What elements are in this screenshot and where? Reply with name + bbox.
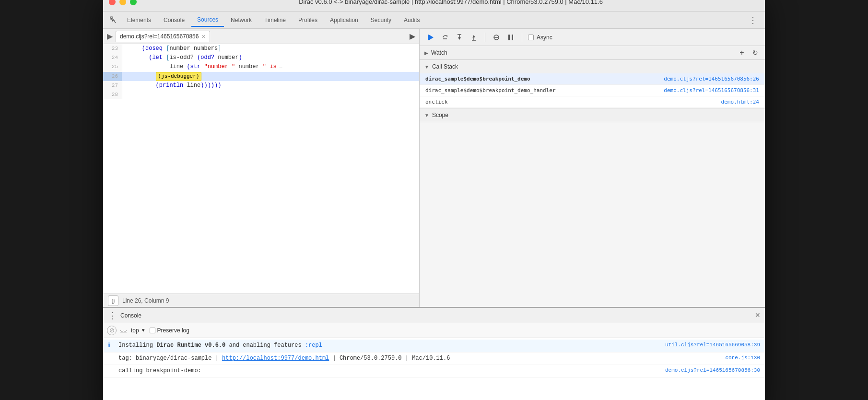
right-panel: Async ▶ Watch + ↻ ▼ Call Stack	[420, 29, 765, 307]
line-number-25: 25	[103, 62, 122, 71]
cs-fn-0: dirac_sample$demo$breakpoint_demo	[425, 76, 530, 82]
tab-application[interactable]: Application	[324, 14, 364, 26]
svg-rect-14	[512, 35, 513, 40]
scope-chevron-icon: ▼	[424, 113, 429, 118]
step-over-button[interactable]	[440, 32, 450, 43]
console-loc-0[interactable]: util.cljs?rel=1465165669058:39	[664, 341, 760, 349]
source-file-tab[interactable]: demo.cljs?rel=1465165670856 ×	[116, 31, 210, 42]
console-plain-icon-2	[108, 366, 116, 376]
line-number-26: 26	[103, 72, 122, 82]
call-stack-section: ▼ Call Stack dirac_sample$demo$breakpoin…	[420, 60, 765, 108]
console-msg-1: tag: binaryage/dirac-sample | http://loc…	[118, 354, 664, 363]
code-line-28: 28	[103, 90, 419, 99]
tab-sources[interactable]: Sources	[191, 13, 224, 27]
console-filter-icon[interactable]: ⏕	[120, 327, 127, 334]
call-stack-item-0[interactable]: dirac_sample$demo$breakpoint_demo demo.c…	[420, 73, 765, 85]
console-msg-2: calling breakpoint-demo:	[118, 366, 664, 375]
panel-toggle-icon[interactable]: ▶	[107, 32, 113, 41]
async-checkbox-input[interactable]	[528, 35, 534, 40]
source-tab-close-icon[interactable]: ×	[201, 33, 205, 40]
line-number-24: 24	[103, 53, 122, 62]
devtools-window: Dirac v0.6.0 <-> binaryage/dirac-sample …	[103, 0, 765, 400]
code-content-23: (doseq [number numbers]	[122, 44, 227, 53]
cs-fn-1: dirac_sample$demo$breakpoint_demo_handle…	[425, 87, 556, 94]
console-toolbar: ⊘ ⏕ top ▼ Preserve log	[103, 323, 765, 338]
code-editor[interactable]: 23 (doseq [number numbers] 24 (let [is-o…	[103, 44, 419, 294]
close-button[interactable]	[109, 0, 116, 5]
watch-add-button[interactable]: +	[737, 48, 747, 58]
call-stack-label: Call Stack	[432, 63, 458, 70]
step-into-button[interactable]	[454, 32, 465, 43]
source-panel: ▶ demo.cljs?rel=1465165670856 × ▶ 23 (do…	[103, 29, 420, 307]
minimize-button[interactable]	[119, 0, 126, 5]
tab-security[interactable]: Security	[365, 14, 397, 26]
preserve-log-checkbox[interactable]	[150, 328, 155, 333]
console-link-0[interactable]: http://localhost:9977/demo.html	[222, 355, 329, 362]
pause-on-exceptions-button[interactable]	[505, 32, 516, 43]
async-checkbox[interactable]: Async	[528, 34, 552, 41]
watch-chevron-icon: ▶	[424, 50, 428, 56]
call-stack-item-2[interactable]: onclick demo.html:24	[420, 96, 765, 108]
window-title: Dirac v0.6.0 <-> binaryage/dirac-sample …	[142, 0, 759, 5]
tab-elements[interactable]: Elements	[121, 14, 157, 26]
more-tabs-icon[interactable]: ⋮	[745, 15, 761, 25]
console-menu-icon[interactable]: ⋮	[108, 310, 117, 321]
console-header: ⋮ Console ×	[103, 308, 765, 323]
watch-refresh-button[interactable]: ↻	[751, 48, 760, 58]
cs-loc-1[interactable]: demo.cljs?rel=1465165670856:31	[664, 87, 759, 94]
console-line-2: calling breakpoint-demo: demo.cljs?rel=1…	[103, 365, 765, 378]
console-line-1: tag: binaryage/dirac-sample | http://loc…	[103, 353, 765, 365]
console-panel: ⋮ Console × ⊘ ⏕ top ▼ Preserve log ℹ	[103, 307, 765, 400]
code-content-25: line (str "number " number " is …	[122, 62, 288, 71]
watch-label: Watch	[431, 49, 447, 56]
console-context-value: top	[131, 327, 139, 334]
tab-audits[interactable]: Audits	[398, 14, 425, 26]
svg-marker-6	[458, 37, 461, 40]
maximize-button[interactable]	[130, 0, 137, 5]
watch-section: ▶ Watch + ↻	[420, 46, 765, 60]
code-line-26: 26 (js-debugger)	[103, 72, 419, 82]
console-loc-2[interactable]: demo.cljs?rel=1465165670856:30	[664, 366, 760, 375]
code-content-27: (println line))))))	[122, 81, 227, 90]
code-content-24: (let [is-odd? (odd? number)	[122, 53, 248, 62]
call-stack-list: dirac_sample$demo$breakpoint_demo demo.c…	[420, 73, 765, 108]
watch-actions: + ↻	[737, 48, 760, 58]
scope-label: Scope	[432, 112, 448, 118]
deactivate-breakpoints-button[interactable]	[491, 32, 502, 43]
inspect-icon[interactable]	[107, 13, 120, 27]
call-stack-header[interactable]: ▼ Call Stack	[420, 60, 765, 73]
devtools-tab-bar: Elements Console Sources Network Timelin…	[103, 12, 765, 29]
console-msg-0: Installing Dirac Runtime v0.6.0 and enab…	[118, 341, 664, 350]
console-loc-1[interactable]: core.js:130	[664, 354, 760, 362]
console-clear-button[interactable]: ⊘	[107, 326, 117, 335]
resume-button[interactable]	[425, 32, 436, 43]
cs-loc-0[interactable]: demo.cljs?rel=1465165670856:26	[664, 76, 759, 82]
traffic-lights	[109, 0, 137, 5]
code-content-28	[122, 90, 134, 99]
console-plain-icon-1	[108, 354, 116, 364]
tab-network[interactable]: Network	[225, 14, 258, 26]
run-snippet-icon[interactable]: ▶	[410, 32, 415, 41]
cs-loc-2[interactable]: demo.html:24	[721, 99, 759, 105]
format-button[interactable]: {}	[108, 295, 118, 306]
watch-section-header[interactable]: ▶ Watch + ↻	[420, 46, 765, 59]
tab-profiles[interactable]: Profiles	[293, 14, 323, 26]
console-close-button[interactable]: ×	[755, 310, 760, 320]
console-context-dropdown-icon: ▼	[141, 328, 146, 333]
step-out-button[interactable]	[469, 32, 479, 43]
debug-toolbar: Async	[420, 29, 765, 46]
source-footer: {} Line 26, Column 9	[103, 294, 419, 307]
async-label: Async	[537, 34, 552, 41]
toolbar-separator-2	[522, 33, 522, 42]
info-icon: ℹ	[108, 341, 116, 351]
scope-section-header[interactable]: ▼ Scope	[420, 108, 765, 122]
preserve-log-option[interactable]: Preserve log	[150, 327, 189, 334]
tab-timeline[interactable]: Timeline	[258, 14, 292, 26]
call-stack-item-1[interactable]: dirac_sample$demo$breakpoint_demo_handle…	[420, 85, 765, 96]
call-stack-chevron-icon: ▼	[424, 64, 429, 70]
console-context-selector[interactable]: top ▼	[131, 327, 146, 334]
source-header: ▶ demo.cljs?rel=1465165670856 × ▶	[103, 29, 419, 44]
code-line-24: 24 (let [is-odd? (odd? number)	[103, 53, 419, 62]
tab-console[interactable]: Console	[158, 14, 190, 26]
cs-fn-2: onclick	[425, 99, 447, 105]
